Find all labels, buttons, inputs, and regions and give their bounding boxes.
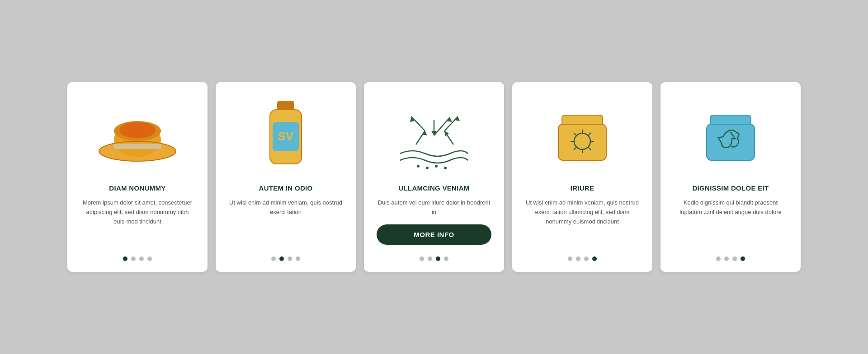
card-2: SV AUTEM IN ODIO Ut wisi enim ad minim v…	[216, 82, 356, 272]
dot	[288, 256, 292, 261]
svg-rect-6	[277, 101, 294, 111]
dot	[131, 256, 136, 261]
svg-marker-24	[444, 131, 449, 136]
svg-rect-42	[707, 124, 755, 160]
svg-point-13	[435, 165, 438, 168]
dot	[584, 256, 589, 261]
card-1-text: Morem ipsum dolor sit amet, consectetuer…	[80, 198, 195, 247]
card-5-title: DIGNISSIM DOLOE EIT	[692, 184, 769, 192]
card-1-dots	[123, 256, 152, 261]
dot	[568, 256, 572, 261]
dot	[592, 256, 597, 261]
svg-rect-3	[114, 144, 161, 149]
dot	[732, 256, 737, 261]
card-1-title: DIAM NONUMMY	[109, 184, 165, 192]
svg-line-17	[411, 116, 425, 131]
svg-point-11	[417, 165, 420, 168]
dot	[139, 256, 144, 261]
svg-point-4	[119, 122, 156, 138]
card-3-title: ULLAMCING VENIAM	[398, 184, 469, 192]
dot	[123, 256, 127, 261]
more-info-button[interactable]: MORE INFO	[377, 224, 491, 245]
svg-rect-27	[562, 115, 603, 125]
dot	[271, 256, 276, 261]
card-4-title: IRIURE	[571, 184, 594, 192]
card-5: DIGNISSIM DOLOE EIT Kodio dignissim qui …	[660, 82, 801, 272]
card-3-dots	[420, 256, 448, 261]
dot	[420, 256, 424, 261]
hat-icon	[80, 95, 195, 176]
svg-point-14	[444, 167, 447, 169]
svg-point-12	[426, 167, 429, 169]
dot	[576, 256, 580, 261]
jar-moon-icon	[673, 95, 788, 176]
dot	[296, 256, 300, 261]
dot	[436, 256, 440, 261]
bottle-icon: SV	[228, 95, 343, 176]
card-4-dots	[568, 256, 597, 261]
dot	[428, 256, 432, 261]
dot	[716, 256, 721, 261]
card-2-dots	[271, 256, 300, 261]
card-2-text: Ut wisi enim ad minim veniam, quis nostr…	[228, 198, 343, 247]
svg-rect-40	[710, 115, 751, 125]
card-2-title: AUTEM IN ODIO	[259, 184, 313, 192]
card-4-text: Ut wisi enim ad minim veniam, quis nostr…	[525, 198, 640, 247]
card-1: DIAM NONUMMY Morem ipsum dolor sit amet,…	[67, 82, 208, 272]
dot	[147, 256, 152, 261]
card-3-text: Duis autem vel eum iriure dolor in hendr…	[377, 198, 491, 217]
cards-container: DIAM NONUMMY Morem ipsum dolor sit amet,…	[40, 64, 828, 290]
skin-icon	[377, 95, 491, 176]
dot	[444, 256, 448, 261]
dot	[724, 256, 729, 261]
dot	[741, 256, 745, 261]
dot	[279, 256, 284, 261]
card-5-dots	[716, 256, 745, 261]
card-3: ULLAMCING VENIAM Duis autem vel eum iriu…	[364, 82, 504, 272]
card-4: IRIURE Ut wisi enim ad minim veniam, qui…	[512, 82, 652, 272]
card-5-text: Kodio dignissim qui blandit praesent lup…	[673, 198, 788, 247]
svg-text:SV: SV	[278, 130, 294, 143]
jar-sun-icon	[525, 95, 640, 176]
